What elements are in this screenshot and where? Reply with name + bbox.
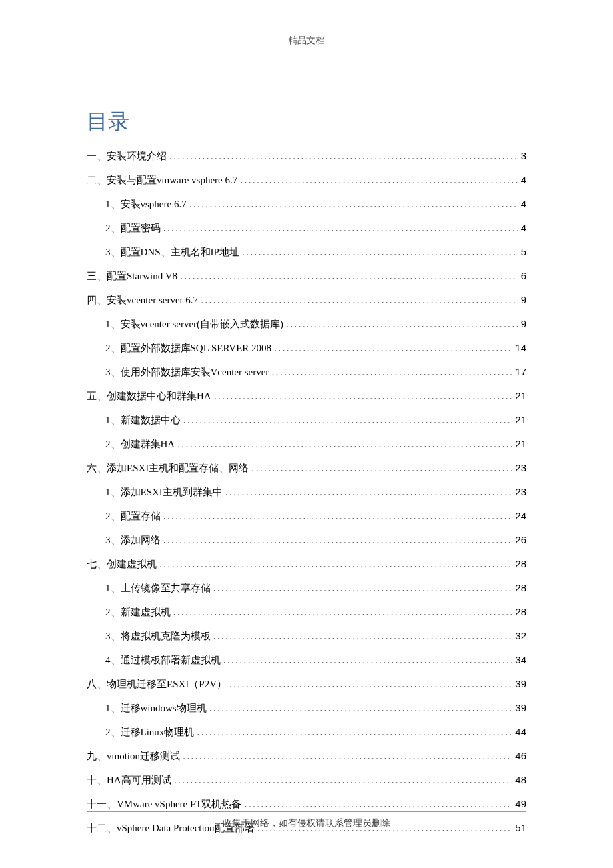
toc-entry-label: 2、配置存储 [105, 509, 161, 523]
toc-entry[interactable]: 2、配置密码 4 [87, 221, 526, 235]
toc-entry[interactable]: 十、HA高可用测试 48 [87, 773, 526, 787]
toc-entry-label: 3、添加网络 [105, 533, 161, 547]
document-page: 精品文档 目录 一、安装环境介绍 3二、安装与配置vmware vsphere … [0, 0, 613, 868]
toc-entry-page: 49 [515, 797, 526, 811]
toc-entry[interactable]: 二、安装与配置vmware vsphere 6.7 4 [87, 173, 526, 187]
toc-leader-dots [251, 461, 512, 475]
toc-entry-page: 23 [515, 485, 526, 499]
toc-leader-dots [274, 341, 512, 355]
toc-entry-page: 46 [515, 749, 526, 763]
toc-leader-dots [240, 173, 518, 187]
toc-entry-page: 34 [515, 653, 526, 667]
toc-leader-dots [213, 629, 513, 643]
toc-entry-label: 3、使用外部数据库安装Vcenter server [105, 365, 269, 379]
toc-entry[interactable]: 三、配置Starwind V86 [87, 269, 526, 283]
toc-leader-dots [213, 581, 513, 595]
toc-leader-dots [163, 221, 518, 235]
toc-leader-dots [180, 269, 518, 283]
toc-entry[interactable]: 六、添加ESXI主机和配置存储、网络23 [87, 461, 526, 475]
toc-leader-dots [169, 149, 518, 163]
toc-entry-label: 五、创建数据中心和群集HA [87, 389, 211, 403]
page-footer: 收集于网络，如有侵权请联系管理员删除 [0, 817, 613, 829]
toc-entry-page: 5 [521, 245, 526, 259]
toc-entry-label: 1、安装vcenter server(自带嵌入式数据库) [105, 317, 283, 331]
toc-entry[interactable]: 十一、VMware vSphere FT双机热备49 [87, 797, 526, 811]
toc-entry-label: 2、配置外部数据库SQL SERVER 2008 [105, 341, 271, 355]
toc-entry-page: 9 [521, 293, 526, 307]
toc-entry-page: 24 [515, 509, 526, 523]
toc-entry-label: 1、上传镜像至共享存储 [105, 581, 211, 595]
toc-leader-dots [177, 437, 512, 451]
toc-entry-page: 6 [521, 269, 526, 283]
toc-entry[interactable]: 3、配置DNS、主机名和IP地址 5 [87, 245, 526, 259]
toc-entry[interactable]: 七、创建虚拟机 28 [87, 557, 526, 571]
table-of-contents: 一、安装环境介绍 3二、安装与配置vmware vsphere 6.7 41、安… [87, 149, 526, 835]
toc-entry-page: 28 [515, 557, 526, 571]
toc-entry-page: 26 [515, 533, 526, 547]
toc-entry-label: 六、添加ESXI主机和配置存储、网络 [87, 461, 249, 475]
toc-entry-page: 21 [515, 413, 526, 427]
toc-entry-label: 九、vmotion迁移测试 [87, 749, 180, 763]
toc-leader-dots [286, 317, 518, 331]
toc-entry-label: 十一、VMware vSphere FT双机热备 [87, 797, 241, 811]
toc-entry-page: 9 [521, 317, 526, 331]
toc-entry-label: 1、添加ESXI主机到群集中 [105, 485, 223, 499]
toc-entry[interactable]: 2、迁移Linux物理机44 [87, 725, 526, 739]
toc-entry[interactable]: 4、通过模板部署新虚拟机 34 [87, 653, 526, 667]
toc-leader-dots [183, 413, 513, 427]
toc-leader-dots [189, 197, 518, 211]
toc-entry-page: 23 [515, 461, 526, 475]
toc-leader-dots [223, 653, 513, 667]
toc-entry[interactable]: 3、将虚拟机克隆为模板 32 [87, 629, 526, 643]
toc-entry-page: 3 [521, 149, 526, 163]
toc-entry[interactable]: 3、使用外部数据库安装Vcenter server17 [87, 365, 526, 379]
toc-leader-dots [271, 365, 512, 379]
toc-entry-label: 二、安装与配置vmware vsphere 6.7 [87, 173, 237, 187]
toc-entry[interactable]: 1、迁移windows物理机39 [87, 701, 526, 715]
toc-entry[interactable]: 2、配置存储 24 [87, 509, 526, 523]
toc-entry-page: 17 [515, 365, 526, 379]
toc-title: 目录 [87, 107, 526, 137]
footer-rule [87, 811, 526, 812]
toc-leader-dots [229, 677, 512, 691]
toc-entry-page: 28 [515, 605, 526, 619]
toc-leader-dots [209, 701, 513, 715]
toc-leader-dots [159, 557, 512, 571]
toc-entry[interactable]: 八、物理机迁移至ESXI（P2V） 39 [87, 677, 526, 691]
toc-leader-dots [163, 509, 513, 523]
toc-entry-page: 14 [515, 341, 526, 355]
toc-leader-dots [197, 725, 512, 739]
toc-entry-page: 32 [515, 629, 526, 643]
toc-leader-dots [163, 533, 513, 547]
toc-entry[interactable]: 2、创建群集HA 21 [87, 437, 526, 451]
toc-entry[interactable]: 1、添加ESXI主机到群集中 23 [87, 485, 526, 499]
toc-entry-label: 2、迁移Linux物理机 [105, 725, 194, 739]
toc-entry[interactable]: 2、配置外部数据库SQL SERVER 2008 14 [87, 341, 526, 355]
toc-entry[interactable]: 1、安装vcenter server(自带嵌入式数据库) 9 [87, 317, 526, 331]
toc-leader-dots [242, 245, 518, 259]
toc-entry-page: 4 [521, 221, 526, 235]
toc-entry-label: 2、配置密码 [105, 221, 161, 235]
toc-entry[interactable]: 1、上传镜像至共享存储 28 [87, 581, 526, 595]
toc-entry-label: 十、HA高可用测试 [87, 773, 171, 787]
toc-entry-label: 七、创建虚拟机 [87, 557, 157, 571]
toc-entry[interactable]: 一、安装环境介绍 3 [87, 149, 526, 163]
toc-entry[interactable]: 1、安装vsphere 6.7 4 [87, 197, 526, 211]
toc-entry[interactable]: 五、创建数据中心和群集HA21 [87, 389, 526, 403]
toc-entry[interactable]: 2、新建虚拟机 28 [87, 605, 526, 619]
toc-entry-label: 3、配置DNS、主机名和IP地址 [105, 245, 239, 259]
toc-leader-dots [244, 797, 512, 811]
toc-entry-page: 28 [515, 581, 526, 595]
toc-entry[interactable]: 1、新建数据中心 21 [87, 413, 526, 427]
toc-leader-dots [201, 293, 518, 307]
toc-entry[interactable]: 3、添加网络 26 [87, 533, 526, 547]
toc-entry[interactable]: 九、vmotion迁移测试46 [87, 749, 526, 763]
toc-leader-dots [214, 389, 513, 403]
toc-entry-label: 1、迁移windows物理机 [105, 701, 207, 715]
toc-entry-label: 一、安装环境介绍 [87, 149, 167, 163]
toc-leader-dots [173, 605, 513, 619]
toc-entry-page: 39 [515, 677, 526, 691]
toc-entry[interactable]: 四、安装vcenter server 6.7 9 [87, 293, 526, 307]
toc-entry-page: 39 [515, 701, 526, 715]
toc-entry-label: 1、安装vsphere 6.7 [105, 197, 187, 211]
